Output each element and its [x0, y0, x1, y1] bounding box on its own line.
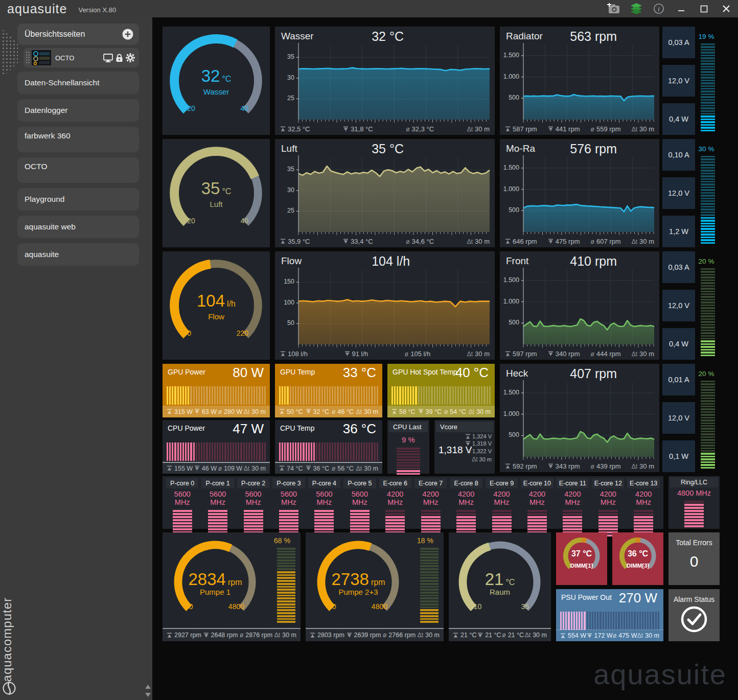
meter-stripe: [701, 200, 715, 202]
bar-tile-meter: [279, 386, 378, 405]
meter-bar: [436, 386, 438, 405]
add-page-button[interactable]: [122, 28, 134, 40]
core-cell-e-core-12: E-core 124200 MHz: [592, 477, 624, 528]
meter-stripe: [385, 525, 405, 527]
average-icon: ø1,322 V: [465, 448, 492, 455]
sidebar-page-octo[interactable]: OCTO: [24, 48, 139, 67]
meter-bar: [340, 442, 341, 461]
sidebar-item-daten-schnellansicht[interactable]: Daten-Schnellansicht: [17, 72, 139, 94]
meter-stripe: [244, 528, 263, 530]
gauge-value: 104l/h: [163, 291, 270, 311]
meter-bar: [324, 386, 326, 405]
min-icon: 32 °C: [306, 408, 329, 415]
average-icon: ø475 W: [613, 632, 637, 639]
lock-icon[interactable]: [116, 54, 123, 62]
meter-stripe: [208, 522, 227, 524]
app-version: Version X.80: [78, 6, 116, 14]
chart-title: Heck: [506, 368, 528, 379]
info-button[interactable]: i: [651, 2, 666, 15]
meter-stripe: [598, 525, 618, 527]
meter-stripe: [277, 565, 295, 567]
meter-stripe: [420, 571, 439, 573]
meter-stripe: [701, 212, 715, 213]
meter-stripe: [173, 519, 192, 521]
meter-stripe: [420, 586, 439, 588]
core-frequency: 4200 MHz: [521, 490, 553, 506]
sidebar-item-farbwerk-360[interactable]: farbwerk 360: [17, 127, 139, 152]
meter-bar: [410, 386, 411, 405]
meter-bar: [431, 386, 432, 405]
sidebar-item-octo[interactable]: OCTO: [17, 157, 139, 183]
meter-stripe: [701, 170, 715, 171]
meter-bar: [581, 612, 583, 630]
sidebar-item-playground[interactable]: Playground: [17, 188, 139, 211]
stat-value: 32,3 °C: [412, 125, 434, 133]
stat-value: 340 rpm: [556, 350, 580, 358]
sidebar-item-aquasuite-web[interactable]: aquasuite web: [17, 216, 139, 238]
meter-bar: [214, 386, 216, 405]
minimize-button[interactable]: [674, 2, 689, 15]
gauge-value: 2738rpm: [310, 570, 407, 589]
layers-button[interactable]: [629, 2, 644, 15]
chart-current-value: 104 l/h: [372, 254, 410, 269]
pump-gauge: 2834rpmPumpe 104800: [167, 534, 264, 629]
meter-stripe: [314, 525, 334, 527]
scroll-down-button[interactable]: [145, 693, 151, 697]
meter-stripe: [279, 510, 298, 512]
stat-value: 2766 rpm: [388, 632, 416, 639]
meter-stripe: [208, 528, 227, 530]
stat-value: 30 m: [639, 350, 654, 358]
close-button[interactable]: [719, 2, 734, 15]
y-axis-tick-label: 35: [275, 53, 294, 60]
meter-stripe: [527, 522, 547, 524]
sensor-value: 0,10 A: [668, 151, 689, 159]
stat-value: 63 W: [202, 408, 217, 415]
meter-stripe: [456, 528, 476, 530]
settings-gear-icon[interactable]: [126, 53, 135, 62]
gauge-unit: °C: [505, 578, 515, 587]
stats-row: 21 °C21 °Cø21 °CΔt30 m: [449, 628, 551, 641]
sensor-value: 0,4 W: [669, 115, 688, 123]
y-axis-tick-label: 1.500: [500, 389, 519, 396]
stats-row: 58 °C39 °Cø54 °CΔt30 m: [387, 406, 495, 417]
core-cell-e-core-11: E-core 114200 MHz: [557, 477, 589, 528]
meter-bar: [342, 442, 344, 461]
meter-stripe: [420, 615, 439, 617]
duty-meter-front: 20 %: [699, 251, 717, 360]
scroll-up-button[interactable]: [145, 685, 151, 689]
sensor-value: 0,03 A: [668, 263, 689, 271]
sidebar-item-aquasuite[interactable]: aquasuite: [17, 243, 139, 266]
meter-bar: [253, 442, 255, 461]
meter-bar: [455, 386, 456, 405]
screenshot-button[interactable]: [606, 2, 621, 15]
stats-row: 315 W63 Wø280 WΔt30 m: [163, 406, 270, 417]
stat-value: 105 l/h: [410, 350, 430, 358]
meter-bar: [412, 386, 414, 405]
core-cell-e-core-6: E-core 64200 MHz: [379, 477, 411, 528]
drag-handle[interactable]: [26, 51, 30, 64]
bar-tile-title: CPU Power: [168, 424, 205, 432]
meter-stripe: [701, 223, 715, 224]
meter-bar: [345, 442, 347, 461]
alarm-ok-check-icon: [680, 605, 708, 633]
meter-stripe: [701, 96, 715, 98]
sensor-value-tile: 0,01 A: [662, 364, 695, 395]
sidebar-group-overview-pages[interactable]: Übersichtsseiten: [17, 24, 139, 45]
meter-bar: [259, 386, 260, 405]
min-icon: 340 rpm: [548, 350, 580, 358]
meter-stripe: [350, 513, 370, 515]
y-axis-tick-label: 30: [275, 74, 294, 81]
meter-stripe: [173, 522, 192, 524]
meter-stripe: [701, 271, 715, 272]
meter-stripe: [701, 66, 715, 67]
sensor-value-tile: 0,4 W: [662, 103, 695, 135]
stat-value: 30 m: [364, 465, 378, 472]
maximize-button[interactable]: [696, 2, 711, 15]
display-icon[interactable]: [103, 54, 113, 62]
meter-stripe: [701, 63, 715, 64]
meter-stripe: [279, 528, 298, 530]
sidebar-item-datenlogger[interactable]: Datenlogger: [17, 99, 139, 122]
meter-stripe: [701, 214, 715, 216]
meter-bar: [169, 442, 171, 461]
meter-bar: [196, 386, 197, 405]
